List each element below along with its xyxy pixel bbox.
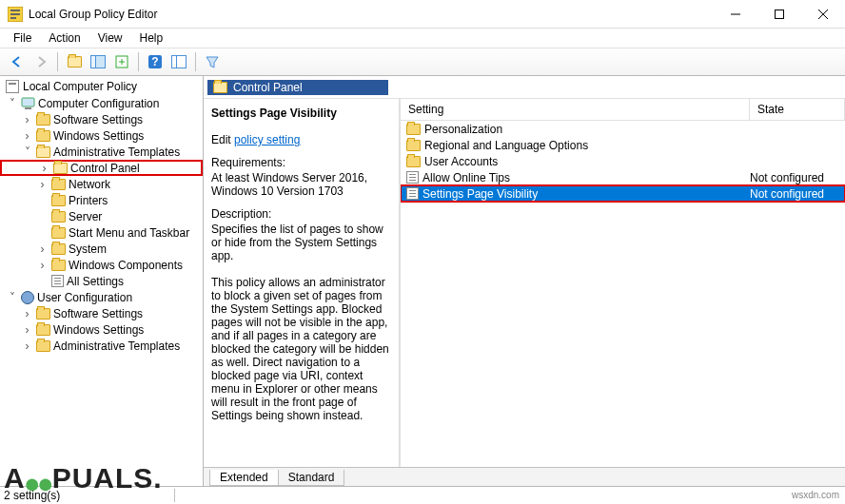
tree-all-settings[interactable]: All Settings <box>0 273 203 289</box>
folder-icon <box>51 243 66 255</box>
edit-policy-link[interactable]: policy setting <box>234 133 300 146</box>
back-button[interactable] <box>6 50 29 73</box>
titlebar: Local Group Policy Editor <box>0 0 845 29</box>
tree-user-config[interactable]: ˅User Configuration <box>0 289 203 305</box>
path-text: Control Panel <box>233 81 303 94</box>
menu-help[interactable]: Help <box>132 29 171 47</box>
tree-label: Administrative Templates <box>53 145 180 159</box>
tree-label: All Settings <box>67 275 124 288</box>
expand-icon[interactable]: › <box>21 129 33 143</box>
close-button[interactable] <box>801 0 845 28</box>
tree-label: Start Menu and Taskbar <box>69 226 189 240</box>
tree-user-software[interactable]: ›Software Settings <box>0 305 203 321</box>
col-state[interactable]: State <box>750 99 845 120</box>
list-row[interactable]: Settings Page VisibilityNot configured <box>401 185 845 202</box>
tree-user-admin[interactable]: ›Administrative Templates <box>0 338 203 354</box>
tree-system[interactable]: ›System <box>0 241 203 257</box>
path-bar: Control Panel <box>204 76 845 99</box>
list-row[interactable]: Regional and Language Options <box>401 137 845 153</box>
tree-label: System <box>69 242 107 256</box>
tree-label: Server <box>69 210 102 223</box>
tree-label: Windows Components <box>69 259 183 272</box>
credit: wsxdn.com <box>792 490 839 500</box>
tab-standard[interactable]: Standard <box>278 470 345 486</box>
collapse-icon[interactable]: ˅ <box>6 291 18 304</box>
folder-icon <box>406 156 421 167</box>
filter-button[interactable] <box>201 50 224 73</box>
collapse-icon[interactable]: ˅ <box>21 145 33 159</box>
description-text: Specifies the list of pages to show or h… <box>211 223 393 262</box>
watermark: A⬤⬤PUALS. <box>0 462 163 494</box>
expand-icon[interactable]: › <box>36 242 49 256</box>
row-label: Settings Page Visibility <box>422 187 538 201</box>
folder-icon <box>36 308 50 320</box>
folder-icon <box>213 82 227 93</box>
folder-icon <box>36 114 50 126</box>
maximize-button[interactable] <box>757 0 801 28</box>
list-row[interactable]: Personalization <box>401 121 845 137</box>
tree-printers[interactable]: Printers <box>0 192 203 208</box>
tree-software-settings[interactable]: ›Software Settings <box>0 111 203 127</box>
menu-view[interactable]: View <box>90 29 130 47</box>
tree-label: Administrative Templates <box>53 339 180 353</box>
expand-icon[interactable]: › <box>21 323 33 337</box>
edit-policy-line: Edit policy setting <box>211 133 393 146</box>
show-hide-tree-button[interactable] <box>87 50 109 73</box>
folder-icon <box>51 260 66 271</box>
tree-label: Network <box>69 178 110 191</box>
row-label: Allow Online Tips <box>422 171 510 184</box>
folder-icon <box>51 227 66 239</box>
forward-button[interactable] <box>29 50 52 73</box>
svg-rect-15 <box>22 98 34 107</box>
svg-rect-16 <box>25 107 31 109</box>
window-title: Local Group Policy Editor <box>29 8 714 21</box>
expand-icon[interactable]: › <box>21 307 33 320</box>
console-tree[interactable]: Local Computer Policy ˅ Computer Configu… <box>0 76 204 486</box>
expand-icon[interactable]: › <box>38 162 50 175</box>
tree-label: Control Panel <box>70 162 140 175</box>
expand-icon[interactable]: › <box>21 113 33 126</box>
desc-heading: Settings Page Visibility <box>211 107 393 120</box>
tree-control-panel[interactable]: ›Control Panel <box>0 160 203 176</box>
expand-icon[interactable]: › <box>36 178 49 191</box>
svg-text:?: ? <box>151 55 158 68</box>
collapse-icon[interactable]: ˅ <box>6 97 18 110</box>
setting-icon <box>406 187 419 200</box>
export-button[interactable] <box>110 50 133 73</box>
tree-windows-settings[interactable]: ›Windows Settings <box>0 127 203 144</box>
tab-extended[interactable]: Extended <box>209 470 279 486</box>
tree-label: Software Settings <box>53 307 143 320</box>
menubar: File Action View Help <box>0 29 845 48</box>
tree-win-components[interactable]: ›Windows Components <box>0 257 203 273</box>
expand-icon[interactable]: › <box>36 259 49 272</box>
row-label: Personalization <box>424 123 502 136</box>
tree-admin-templates[interactable]: ˅Administrative Templates <box>0 144 203 160</box>
list-row[interactable]: Allow Online TipsNot configured <box>401 169 845 185</box>
description-pane: Settings Page Visibility Edit policy set… <box>204 99 401 467</box>
properties-button[interactable] <box>167 50 190 73</box>
row-state: Not configured <box>750 171 845 184</box>
edit-label: Edit <box>211 133 234 146</box>
description-label: Description: <box>211 207 393 221</box>
up-button[interactable] <box>63 50 86 73</box>
tree-root[interactable]: Local Computer Policy <box>0 78 203 95</box>
list-row[interactable]: User Accounts <box>401 153 845 169</box>
col-setting[interactable]: Setting <box>401 99 750 120</box>
help-button[interactable]: ? <box>144 50 167 73</box>
list-header: Setting State <box>401 99 845 121</box>
tree-start-menu[interactable]: Start Menu and Taskbar <box>0 224 203 241</box>
tree-label: Windows Settings <box>53 129 144 143</box>
tree-server[interactable]: Server <box>0 208 203 224</box>
tree-network[interactable]: ›Network <box>0 176 203 192</box>
svg-rect-2 <box>10 13 20 15</box>
expand-icon[interactable]: › <box>21 339 33 353</box>
tree-user-windows[interactable]: ›Windows Settings <box>0 321 203 338</box>
folder-icon <box>51 195 66 206</box>
svg-rect-3 <box>10 17 16 19</box>
menu-action[interactable]: Action <box>41 29 88 47</box>
tree-computer-config[interactable]: ˅ Computer Configuration <box>0 95 203 111</box>
minimize-button[interactable] <box>714 0 757 28</box>
svg-rect-13 <box>172 56 187 68</box>
row-label: Regional and Language Options <box>424 139 588 152</box>
menu-file[interactable]: File <box>6 29 39 47</box>
